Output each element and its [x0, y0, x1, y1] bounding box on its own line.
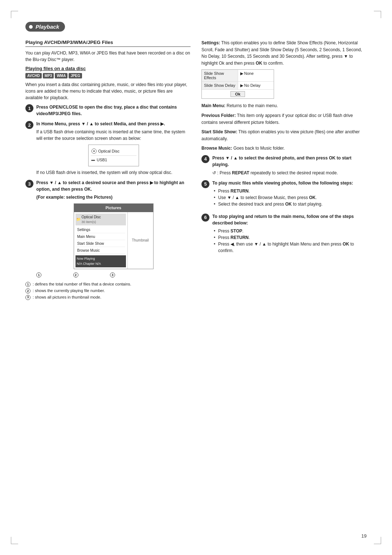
usb-icon: ▬	[91, 157, 95, 162]
left-column: Playing AVCHD/MP3/WMA/JPEG Files You can…	[25, 40, 191, 300]
source-screen: Optical Disc ▬ USB1	[88, 145, 139, 166]
format-badges: AVCHD MP3 WMA JPEG	[25, 73, 191, 78]
step-2-aftertext: If no USB flash drive is inserted, the s…	[36, 169, 191, 176]
section-title: Playback	[25, 22, 65, 32]
annot-circle-2: 2	[73, 272, 78, 278]
step-5-bold: To play music files while viewing photos…	[212, 181, 353, 186]
step-1: 1 Press OPEN/CLOSE to open the disc tray…	[25, 104, 191, 117]
step-4-repeat: ↺ : Press REPEAT repeatedly to select th…	[212, 170, 367, 176]
pictures-left: 📁 Optical Disc 30 item(s) Settings Main …	[74, 212, 128, 269]
step-5-content: To play music files while viewing photos…	[212, 180, 367, 210]
step-5: 5 To play music files while viewing phot…	[201, 180, 367, 210]
step-5-bullet-1: Press RETURN.	[214, 188, 367, 194]
step-5-bullet-2: Use ▼ / ▲ to select Browse Music, then p…	[214, 194, 367, 201]
repeat-bold: REPEAT	[232, 170, 249, 175]
previous-folder-label: Previous Folder:	[201, 113, 236, 118]
settings-delay-value: ▶ No Delay	[238, 82, 274, 89]
corner-mark-tl	[11, 11, 18, 18]
folder-details: Optical Disc 30 item(s)	[82, 214, 101, 225]
two-column-layout: Playing AVCHD/MP3/WMA/JPEG Files You can…	[25, 40, 367, 300]
corner-mark-tr	[374, 11, 381, 18]
step-6-bullet-3: Press ◀, then use ▼ / ▲ to highlight Mai…	[214, 241, 367, 254]
section-title-dot	[29, 25, 33, 29]
step-3-content: Press ▼ / ▲ to select a desired source a…	[36, 179, 191, 278]
browse-music-label: Browse Music:	[201, 146, 232, 151]
browse-music-section: Browse Music: Goes back to Music folder.	[201, 145, 367, 152]
step-6-bullet-2: Press RETURN.	[214, 234, 367, 241]
main-heading: Playing AVCHD/MP3/WMA/JPEG Files	[25, 40, 191, 47]
step-2-bold: In Home Menu, press ▼ / ▲ to select Medi…	[36, 121, 165, 126]
step-6-content: To stop playing and return to the main m…	[212, 213, 367, 256]
menu-settings: Settings	[76, 226, 125, 233]
folder-item-disc: 📁 Optical Disc 30 item(s)	[75, 214, 126, 226]
step-5-ok: OK	[309, 195, 316, 200]
settings-row-delay: Slide Show Delay ▶ No Delay	[202, 82, 274, 90]
start-slideshow-label: Start Slide Show:	[201, 129, 237, 134]
step-3: 3 Press ▼ / ▲ to select a desired source…	[25, 179, 191, 278]
settings-label: Settings:	[201, 40, 220, 45]
settings-effects-value: ▶ None	[238, 70, 274, 81]
body-text: When you insert a data disc containing p…	[25, 81, 191, 101]
now-playing-section: Now Playing N/A Chapter N/A	[75, 255, 126, 267]
step-1-text: Press OPEN/CLOSE to open the disc tray, …	[36, 105, 177, 116]
annot-label-3: 3	[25, 295, 30, 300]
step-6-bullets: Press STOP. Press RETURN. Press ◀, then …	[214, 228, 367, 254]
step-2-number: 2	[25, 121, 33, 129]
annot-item-1: 1 : defines the total number of files th…	[25, 281, 191, 288]
pictures-body: 📁 Optical Disc 30 item(s) Settings Main …	[74, 212, 153, 269]
step-1-number: 1	[25, 104, 33, 112]
step-6-stop: STOP	[230, 228, 242, 234]
corner-mark-bl	[11, 537, 18, 544]
folder-label: Optical Disc	[82, 214, 101, 220]
annot-item-3: 3 : shows all pictures in thumbnail mode…	[25, 294, 191, 301]
thumbnail-label: Thumbnail	[132, 238, 149, 243]
step-5-number: 5	[201, 180, 209, 188]
pictures-right: Thumbnail	[128, 212, 153, 269]
annot-circle-3: 3	[110, 272, 115, 278]
step-6-bold: To stop playing and return to the main m…	[212, 214, 354, 226]
disc-inner	[93, 150, 95, 152]
step-3-example: (For example: selecting the Pictures)	[36, 194, 191, 200]
step-3-number: 3	[25, 180, 33, 188]
step-6-ok: OK	[343, 242, 349, 247]
step-4: 4 Press ▼ / ▲ to select the desired phot…	[201, 155, 367, 176]
badge-wma: WMA	[55, 73, 68, 78]
annot-1: 1	[36, 272, 42, 278]
browse-music-text: Goes back to Music folder.	[233, 146, 285, 151]
now-playing-sub: N/A Chapter N/A	[77, 262, 124, 267]
step-2-subtext: If a USB flash drive containing music is…	[36, 129, 191, 142]
main-menu-label: Main Menu:	[201, 103, 225, 108]
settings-effects-label: Slide Show Effects	[202, 70, 238, 81]
step-6-return: RETURN	[230, 235, 249, 240]
page-container: Playback Playing AVCHD/MP3/WMA/JPEG File…	[0, 0, 392, 555]
screen-annotations: 1 2 3	[36, 272, 116, 278]
annot-item-2: 2 : shows the currently playing file num…	[25, 288, 191, 294]
source-item-disc: Optical Disc	[91, 147, 136, 156]
corner-mark-br	[374, 537, 381, 544]
annot-3: 3	[110, 272, 116, 278]
right-column: Settings: This option enables you to def…	[201, 40, 367, 300]
menu-main-menu: Main Menu	[76, 233, 125, 240]
annot-label-2: 2	[25, 288, 30, 293]
repeat-icon: ↺	[212, 170, 216, 175]
folder-count: 30 item(s)	[82, 220, 101, 225]
step-4-bold: Press ▼ / ▲ to select the desired photo,…	[212, 155, 351, 167]
step-6: 6 To stop playing and return to the main…	[201, 213, 367, 256]
step-6-number: 6	[201, 214, 209, 222]
step-4-number: 4	[201, 155, 209, 163]
settings-delay-label: Slide Show Delay	[202, 82, 238, 89]
source-label-usb: USB1	[97, 157, 107, 163]
pictures-screen: Pictures 📁 Optical Disc 30 item(s)	[74, 203, 154, 269]
settings-row-effects: Slide Show Effects ▶ None	[202, 70, 274, 82]
section-title-text: Playback	[36, 24, 59, 30]
menu-list: Settings Main Menu Start Slide Show Brow…	[75, 226, 126, 255]
folder-icon: 📁	[76, 216, 81, 222]
now-playing-label: Now Playing	[77, 256, 124, 262]
sub-heading: Playing files on a data disc	[25, 66, 191, 71]
annotation-list: 1 : defines the total number of files th…	[25, 281, 191, 300]
intro-text: You can play AVCHD, MP3, WMA or JPEG fil…	[25, 50, 191, 63]
settings-paragraph: Settings: This option enables you to def…	[201, 40, 367, 66]
step-2: 2 In Home Menu, press ▼ / ▲ to select Me…	[25, 121, 191, 176]
menu-browse-music: Browse Music	[76, 247, 125, 254]
step-1-content: Press OPEN/CLOSE to open the disc tray, …	[36, 104, 191, 117]
